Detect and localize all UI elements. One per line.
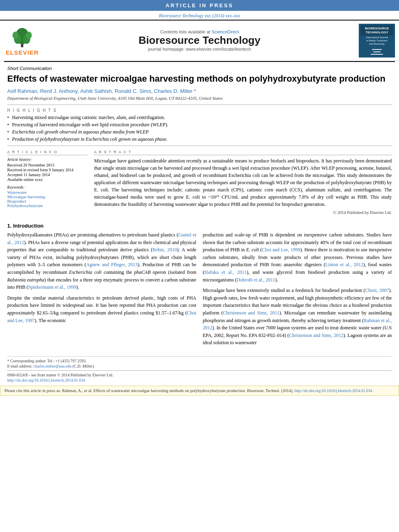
ref-rahman[interactable]: Rahman et al., 2012 [203, 318, 392, 331]
article-info-col: A R T I C L E I N F O Article history: R… [7, 150, 88, 215]
journal-logo-title: BIORESOURCETECHNOLOGY [360, 25, 393, 35]
journal-reference: Bioresource Technology xxx (2014) xxx–xx… [0, 11, 399, 20]
revised-date: Received in revised form 9 January 2014 [7, 168, 88, 172]
highlight-item-4: Production of polyhydroxybutyrate in Esc… [7, 136, 392, 142]
journal-logo-right: BIORESOURCETECHNOLOGY International Jour… [359, 24, 395, 58]
corresponding-author-note: * Corresponding author. Tel.: +1 (435) 7… [7, 359, 392, 363]
ref-spiekermann[interactable]: Spiekermann et al., 1999 [28, 284, 76, 290]
accepted-date: Accepted 11 January 2014 [7, 173, 88, 177]
intro-para-2: Despite the similar material characteris… [7, 294, 196, 324]
ref-choi-lee-1999[interactable]: Choi and Lee, 1999 [262, 247, 300, 253]
main-content: 1. Introduction Polyhydroxyalkanoates (P… [0, 219, 399, 354]
intro-para-3: production and scale-up of PHB is depend… [203, 231, 392, 283]
issn-line: 0960-8524/$ - see front matter © 2014 Pu… [7, 373, 392, 377]
ref-chisti[interactable]: Chisti, 2007 [365, 288, 389, 293]
highlight-item-3: Escherichia coli growth observed in aque… [7, 129, 392, 135]
ref-hafuka[interactable]: Hafuka et al., 2011 [204, 269, 247, 275]
ref-christenson-sims-2011[interactable]: Christenson and Sims, 2011 [223, 310, 279, 316]
abstract-text: Microalgae have gained considerable atte… [94, 157, 392, 208]
ref-agnew[interactable]: Agnew and Pfleger, 2013 [86, 262, 138, 267]
keyword-1: Wastewater [7, 190, 88, 195]
highlight-item-1: Harvesting mixed microalgae using cation… [7, 115, 392, 121]
article-history: Article history: Received 20 November 20… [7, 157, 88, 182]
abstract-col: A B S T R A C T Microalgae have gained c… [94, 150, 392, 215]
highlights-label: H I G H L I G H T S [7, 108, 392, 113]
intro-para-4: Microalgae have been extensively studied… [203, 287, 392, 347]
ref-dobroth[interactable]: Dobroth et al., 2011 [237, 277, 275, 283]
ref-linton[interactable]: Linton et al., 2012 [325, 262, 363, 267]
keyword-2: Microalgae harvesting [7, 195, 88, 199]
author-list: Asif Rahman, Renil J. Anthony, Ashik Sat… [7, 88, 392, 94]
elsevier-brand-label: ELSEVIER [6, 49, 39, 56]
article-title: Effects of wastewater microalgae harvest… [7, 73, 392, 84]
received-date: Received 20 November 2013 [7, 163, 88, 167]
sciencedirect-link[interactable]: ScienceDirect [212, 29, 239, 34]
highlights-section: H I G H L I G H T S Harvesting mixed mic… [7, 108, 392, 142]
elsevier-logo: ELSEVIER [4, 25, 40, 56]
article-info-label: A R T I C L E I N F O [7, 150, 88, 155]
history-label: Article history: [7, 157, 88, 162]
journal-logo-subtitle: International Journalof Waste Treatmenta… [360, 36, 393, 45]
ref-gumel[interactable]: Gumel et al., 2012 [7, 232, 196, 245]
highlight-item-2: Processing of harvested microalgae with … [7, 122, 392, 128]
article-in-press-banner: ARTICLE IN PRESS [0, 0, 399, 11]
intro-left-col: Polyhydroxyalkanoates (PHAs) are promisi… [7, 231, 196, 350]
keywords-label: Keywords: [7, 185, 88, 189]
copyright-line: © 2014 Published by Elsevier Ltd. [94, 210, 392, 215]
intro-right-col: production and scale-up of PHB is depend… [203, 231, 392, 350]
journal-logo-detail: ▬▬▬▬▬▬▬▬▬▬▬▬ [360, 47, 393, 56]
journal-header-center: Contents lists available at ScienceDirec… [44, 29, 355, 51]
introduction-two-col: Polyhydroxyalkanoates (PHAs) are promisi… [7, 231, 392, 350]
article-body: Short Communication Effects of wastewate… [0, 62, 399, 219]
citation-doi-link[interactable]: http://dx.doi.org/10.1016/j.biortech.201… [294, 388, 372, 393]
journal-title: Bioresource Technology [44, 34, 355, 47]
email-link[interactable]: charles.miller@usu.edu [33, 364, 72, 368]
contents-available-text: Contents lists available at ScienceDirec… [44, 29, 355, 34]
journal-homepage: journal homepage: www.elsevier.com/locat… [44, 47, 355, 51]
keywords-section: Keywords: Wastewater Microalgae harvesti… [7, 185, 88, 208]
citation-bar: Please cite this article in press as: Ra… [0, 386, 399, 396]
article-type-label: Short Communication [7, 66, 392, 71]
ref-choi-lee-1997[interactable]: Choi and Lee, 1997 [7, 310, 196, 323]
doi-link-footnote[interactable]: http://dx.doi.org/10.1016/j.biortech.201… [7, 378, 392, 382]
info-abstract-section: A R T I C L E I N F O Article history: R… [7, 150, 392, 215]
svg-point-4 [12, 32, 19, 39]
ref-christenson-sims-2012[interactable]: Christenson and Sims, 2012 [289, 333, 343, 338]
svg-point-5 [26, 32, 32, 39]
affiliation: Department of Biological Engineering, Ut… [7, 96, 392, 101]
footnotes-section: * Corresponding author. Tel.: +1 (435) 7… [7, 356, 392, 382]
available-online: Available online xxxx [7, 177, 88, 182]
keyword-3: Bioproduct [7, 199, 88, 203]
keyword-4: Polyhydroxybutyrate [7, 203, 88, 208]
email-note: E-mail address: charles.miller@usu.edu (… [7, 364, 392, 368]
journal-header: ELSEVIER Contents lists available at Sci… [0, 20, 399, 61]
intro-para-1: Polyhydroxyalkanoates (PHAs) are promisi… [7, 231, 196, 291]
introduction-heading: 1. Introduction [7, 223, 392, 229]
ref-rehm[interactable]: Rehm, 2010 [152, 247, 177, 253]
abstract-label: A B S T R A C T [94, 150, 392, 155]
